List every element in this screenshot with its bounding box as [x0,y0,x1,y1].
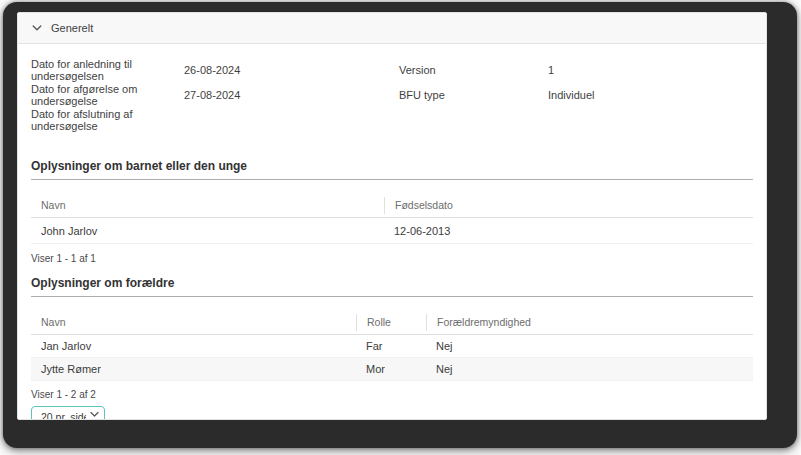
field-label-version: Version [399,64,548,76]
parents-table: Navn Rolle Forældremyndighed Jan Jarlov … [31,310,753,381]
accordion-header-generelt[interactable]: Generelt [18,13,766,44]
field-value-afgoerelse: 27-08-2024 [184,89,399,101]
column-header-foedselsdato: Fødselsdato [384,197,753,214]
section-title-child: Oplysninger om barnet eller den unge [31,159,753,180]
field-value-anledning: 26-08-2024 [184,64,399,76]
field-row: Dato for afgørelse om undersøgelse 27-08… [31,82,753,107]
cell-navn: John Jarlov [31,225,384,237]
generelt-panel: Generelt Dato for anledning til undersøg… [17,12,767,420]
cell-foraeldremyndighed: Nej [426,363,753,375]
field-row: Dato for afslutning af undersøgelse [31,107,753,132]
field-label-afslutning: Dato for afslutning af undersøgelse [31,108,184,132]
column-header-navn: Navn [31,197,384,214]
column-header-foraeldremyndighed: Forældremyndighed [426,314,753,331]
field-value-bfu-type: Individuel [548,89,753,101]
column-header-rolle: Rolle [356,314,426,331]
column-header-navn: Navn [31,314,356,331]
child-table: Navn Fødselsdato John Jarlov 12-06-2013 [31,193,753,244]
field-label-afgoerelse: Dato for afgørelse om undersøgelse [31,83,184,107]
field-row: Dato for anledning til undersøgelsen 26-… [31,57,753,82]
table-row-parent[interactable]: Jytte Rømer Mor Nej [31,358,753,381]
chevron-down-icon [32,24,42,32]
screenshot-stage: Generelt Dato for anledning til undersøg… [0,0,801,455]
cell-rolle: Far [356,340,426,352]
page-size-select-wrap: 20 pr. side [31,406,105,420]
cell-navn: Jan Jarlov [31,340,356,352]
field-label-bfu-type: BFU type [399,89,548,101]
field-value-version: 1 [548,64,753,76]
section-title-parents: Oplysninger om forældre [31,276,753,297]
cell-rolle: Mor [356,363,426,375]
cell-foedselsdato: 12-06-2013 [384,225,753,237]
accordion-title: Generelt [51,22,93,34]
child-table-header: Navn Fødselsdato [31,193,753,218]
panel-content: Dato for anledning til undersøgelsen 26-… [18,57,766,420]
pagination-status-child: Viser 1 - 1 af 1 [31,253,753,264]
parents-table-header: Navn Rolle Forældremyndighed [31,310,753,335]
cell-navn: Jytte Rømer [31,363,356,375]
general-fields: Dato for anledning til undersøgelsen 26-… [31,57,753,132]
pagination-status-parents: Viser 1 - 2 af 2 [31,389,753,400]
page-size-select[interactable]: 20 pr. side [31,406,105,420]
cell-foraeldremyndighed: Nej [426,340,753,352]
field-label-anledning: Dato for anledning til undersøgelsen [31,58,184,82]
table-row-parent[interactable]: Jan Jarlov Far Nej [31,335,753,358]
table-row-child[interactable]: John Jarlov 12-06-2013 [31,218,753,244]
